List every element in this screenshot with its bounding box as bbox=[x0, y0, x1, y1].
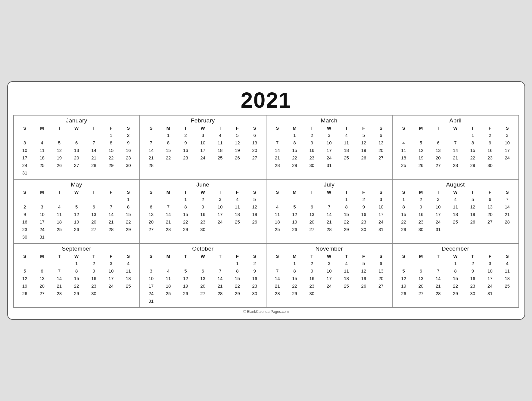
day-cell: 25 bbox=[229, 218, 246, 226]
day-cell: 1 bbox=[177, 196, 194, 203]
day-cell bbox=[68, 131, 85, 139]
day-cell: 25 bbox=[211, 154, 229, 162]
day-cell: 23 bbox=[246, 282, 263, 290]
day-header: F bbox=[481, 253, 499, 260]
day-cell: 30 bbox=[246, 290, 263, 297]
day-cell: 10 bbox=[16, 147, 33, 154]
day-cell: 24 bbox=[211, 218, 229, 226]
day-cell: 12 bbox=[68, 211, 85, 218]
day-cell: 1 bbox=[160, 131, 177, 139]
day-cell: 3 bbox=[142, 267, 160, 275]
day-header: S bbox=[372, 125, 390, 131]
day-cell: 12 bbox=[51, 147, 68, 154]
day-cell: 19 bbox=[177, 282, 194, 290]
day-cell: 15 bbox=[464, 147, 481, 154]
day-cell: 7 bbox=[102, 203, 120, 211]
day-cell: 6 bbox=[372, 260, 390, 267]
day-cell: 18 bbox=[51, 218, 68, 226]
day-header: F bbox=[229, 253, 246, 260]
day-cell: 9 bbox=[177, 139, 194, 147]
day-header: S bbox=[246, 189, 263, 196]
day-cell: 2 bbox=[481, 131, 499, 139]
day-header: S bbox=[246, 253, 263, 260]
day-cell: 3 bbox=[481, 260, 499, 267]
month-cell-february: FebruarySMTWTFS1234567891011121314151617… bbox=[140, 116, 266, 180]
day-cell: 8 bbox=[177, 203, 194, 211]
day-cell: 4 bbox=[447, 196, 464, 203]
day-cell bbox=[33, 260, 51, 267]
day-header: T bbox=[85, 189, 102, 196]
day-cell: 17 bbox=[481, 275, 499, 282]
day-cell: 28 bbox=[269, 290, 286, 297]
day-cell bbox=[142, 131, 160, 139]
day-cell: 11 bbox=[229, 203, 246, 211]
day-cell: 25 bbox=[499, 282, 516, 290]
day-header: W bbox=[194, 253, 211, 260]
day-cell: 20 bbox=[142, 218, 160, 226]
month-table: SMTWTFS123456789101112131415161718192021… bbox=[142, 253, 263, 305]
day-cell: 28 bbox=[321, 226, 338, 233]
day-header: S bbox=[395, 189, 412, 196]
day-cell: 3 bbox=[321, 131, 338, 139]
day-cell bbox=[120, 290, 137, 297]
day-cell: 2 bbox=[120, 131, 137, 139]
day-cell: 14 bbox=[51, 275, 68, 282]
day-cell: 11 bbox=[211, 139, 229, 147]
day-cell: 20 bbox=[85, 218, 102, 226]
day-cell: 9 bbox=[355, 203, 372, 211]
day-cell: 22 bbox=[286, 282, 303, 290]
day-cell: 31 bbox=[321, 162, 338, 169]
day-cell: 9 bbox=[412, 203, 429, 211]
day-cell bbox=[102, 196, 120, 203]
day-cell: 20 bbox=[303, 218, 320, 226]
month-name: September bbox=[16, 245, 137, 252]
day-cell: 2 bbox=[303, 131, 320, 139]
day-cell bbox=[68, 169, 85, 177]
month-table: SMTWTFS123456789101112131415161718192021… bbox=[142, 125, 263, 169]
day-cell: 10 bbox=[142, 275, 160, 282]
day-cell: 13 bbox=[372, 267, 390, 275]
day-cell bbox=[51, 233, 68, 241]
day-cell: 20 bbox=[68, 154, 85, 162]
day-cell: 16 bbox=[355, 211, 372, 218]
day-cell: 29 bbox=[229, 290, 246, 297]
day-cell: 26 bbox=[68, 226, 85, 233]
day-cell: 24 bbox=[194, 154, 211, 162]
day-cell: 19 bbox=[68, 218, 85, 226]
day-cell: 6 bbox=[85, 203, 102, 211]
day-cell: 19 bbox=[464, 211, 481, 218]
day-cell: 13 bbox=[372, 139, 390, 147]
day-cell: 30 bbox=[355, 226, 372, 233]
day-header: M bbox=[412, 125, 429, 131]
day-cell: 21 bbox=[430, 282, 447, 290]
day-cell: 3 bbox=[33, 203, 51, 211]
day-header: S bbox=[16, 125, 33, 131]
day-cell: 21 bbox=[321, 218, 338, 226]
day-cell bbox=[229, 162, 246, 169]
day-cell: 26 bbox=[355, 282, 372, 290]
day-header: W bbox=[321, 189, 338, 196]
day-cell: 25 bbox=[51, 226, 68, 233]
day-cell: 27 bbox=[85, 226, 102, 233]
day-cell: 13 bbox=[481, 203, 499, 211]
day-cell: 29 bbox=[447, 290, 464, 297]
day-header: S bbox=[499, 253, 516, 260]
day-cell: 16 bbox=[303, 275, 320, 282]
day-cell: 3 bbox=[430, 196, 447, 203]
day-cell: 6 bbox=[246, 131, 263, 139]
day-cell: 21 bbox=[102, 218, 120, 226]
day-cell: 18 bbox=[33, 154, 51, 162]
day-cell bbox=[177, 260, 194, 267]
day-header: S bbox=[16, 253, 33, 260]
day-cell: 22 bbox=[447, 282, 464, 290]
day-cell: 26 bbox=[16, 290, 33, 297]
day-cell: 7 bbox=[269, 267, 286, 275]
day-header: M bbox=[33, 253, 51, 260]
day-header: T bbox=[338, 253, 355, 260]
day-cell bbox=[412, 131, 429, 139]
day-cell: 20 bbox=[194, 282, 211, 290]
day-cell: 28 bbox=[85, 162, 102, 169]
day-header: S bbox=[120, 189, 137, 196]
month-cell-december: DecemberSMTWTFS1234567891011121314151617… bbox=[393, 244, 519, 308]
day-header: F bbox=[355, 125, 372, 131]
